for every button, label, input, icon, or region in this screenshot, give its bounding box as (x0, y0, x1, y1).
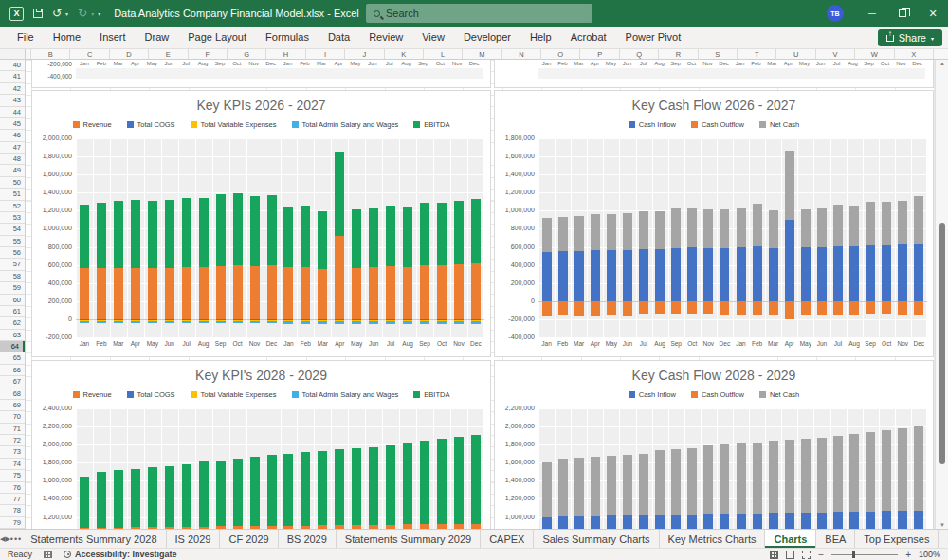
minimize-button[interactable]: ─ (857, 0, 887, 27)
legend-item[interactable]: Revenue (73, 390, 112, 399)
row-header-50[interactable]: 50 (0, 177, 25, 189)
legend-item[interactable]: Total Variable Expenses (191, 120, 277, 129)
sheet-tab-sales-summary-charts[interactable]: Sales Summary Charts (534, 530, 659, 548)
ribbon-tab-formulas[interactable]: Formulas (256, 27, 319, 48)
sheet-tab-bea[interactable]: BEA (816, 530, 855, 548)
sheet-tab-key-metrics-charts[interactable]: Key Metrics Charts (660, 530, 766, 548)
column-header-J[interactable]: J (345, 49, 384, 59)
column-header-F[interactable]: F (189, 49, 228, 59)
share-button[interactable]: Share ▾ (878, 29, 942, 46)
zoom-out-button[interactable]: − (818, 550, 824, 560)
row-header-65[interactable]: 65 (0, 352, 25, 364)
row-header-67[interactable]: 67 (0, 376, 25, 388)
column-header-E[interactable]: E (149, 49, 188, 59)
row-header-72[interactable]: 72 (0, 435, 25, 446)
macro-record-icon[interactable] (44, 551, 52, 558)
column-header-W[interactable]: W (855, 49, 894, 59)
save-icon[interactable] (33, 9, 43, 18)
row-header-46[interactable]: 46 (0, 130, 25, 141)
row-header-49[interactable]: 49 (0, 165, 25, 176)
sheet-tab-bs-2029[interactable]: BS 2029 (279, 530, 337, 548)
column-header-U[interactable]: U (776, 49, 815, 59)
restore-button[interactable] (887, 0, 918, 27)
legend-item[interactable]: Net Cash (759, 120, 799, 129)
ribbon-tab-insert[interactable]: Insert (90, 27, 136, 48)
legend-item[interactable]: Total COGS (127, 390, 175, 399)
excel-logo-icon[interactable]: X (9, 7, 24, 21)
legend-item[interactable]: Total Admin Salary and Wages (292, 390, 399, 399)
column-header-B[interactable]: B (31, 49, 70, 59)
row-header-64[interactable]: 64 (0, 341, 25, 352)
row-header-45[interactable]: 45 (0, 118, 25, 130)
column-header-C[interactable]: C (70, 49, 109, 59)
legend-item[interactable]: Cash Outflow (691, 390, 744, 399)
sheet-tab-statements-summary-2028[interactable]: Statements Summary 2028 (22, 530, 166, 548)
row-header-75[interactable]: 75 (0, 470, 25, 481)
zoom-slider-thumb[interactable] (852, 551, 855, 558)
avatar[interactable]: TB (827, 5, 844, 22)
chart-4[interactable]: Key Cash Flow 2028 - 2029Cash InflowCash… (494, 360, 934, 529)
vertical-scrollbar[interactable]: ▲ ▼ (935, 60, 948, 529)
ribbon-tab-review[interactable]: Review (359, 27, 412, 48)
ribbon-tab-power-pivot[interactable]: Power Pivot (616, 27, 691, 48)
column-header-D[interactable]: D (110, 49, 149, 59)
chart-remnant-right[interactable]: JanFebMarAprMayJunJulAugSepOctNovDecJanF… (494, 60, 934, 88)
column-header-L[interactable]: L (424, 49, 463, 59)
row-header-61[interactable]: 61 (0, 306, 25, 317)
legend-item[interactable]: Cash Inflow (629, 120, 676, 129)
row-header-53[interactable]: 53 (0, 212, 25, 224)
chart-1[interactable]: Key KPIs 2026 - 2027RevenueTotal COGSTot… (31, 90, 491, 357)
column-header-G[interactable]: G (228, 49, 266, 59)
row-header-77[interactable]: 77 (0, 494, 25, 505)
sheet-tab-statements-summary-2029[interactable]: Statements Summary 2029 (337, 530, 481, 548)
row-header-78[interactable]: 78 (0, 505, 25, 516)
legend-item[interactable]: Total Admin Salary and Wages (292, 120, 399, 129)
page-break-view-icon[interactable] (802, 551, 811, 559)
row-header-44[interactable]: 44 (0, 107, 25, 118)
row-header-52[interactable]: 52 (0, 201, 25, 212)
ribbon-tab-data[interactable]: Data (319, 27, 359, 48)
ribbon-tab-view[interactable]: View (412, 27, 454, 48)
undo-icon[interactable]: ↺ (52, 8, 62, 19)
column-header-P[interactable]: P (580, 49, 619, 59)
row-header-69[interactable]: 69 (0, 400, 25, 411)
legend-item[interactable]: Revenue (73, 120, 112, 129)
column-header-V[interactable]: V (816, 49, 855, 59)
row-header-40[interactable]: 40 (0, 60, 25, 71)
sheet-tab-charts[interactable]: Charts (765, 530, 816, 548)
zoom-level[interactable]: 100% (919, 550, 940, 559)
row-header-54[interactable]: 54 (0, 224, 25, 235)
accessibility-status[interactable]: Accessibility: Investigate (64, 550, 177, 559)
row-header-42[interactable]: 42 (0, 83, 25, 95)
legend-item[interactable]: Total Variable Expenses (191, 390, 277, 399)
zoom-in-button[interactable]: + (905, 550, 911, 560)
legend-item[interactable]: Cash Inflow (629, 390, 676, 399)
column-header-S[interactable]: S (699, 49, 738, 59)
column-header-H[interactable]: H (266, 49, 305, 59)
legend-item[interactable]: EBITDA (413, 120, 449, 129)
ribbon-tab-help[interactable]: Help (520, 27, 561, 48)
row-header-70[interactable]: 70 (0, 411, 25, 423)
page-layout-view-icon[interactable] (786, 551, 794, 559)
row-header-51[interactable]: 51 (0, 189, 25, 200)
row-header-47[interactable]: 47 (0, 142, 25, 154)
row-header-41[interactable]: 41 (0, 71, 25, 82)
column-header-R[interactable]: R (659, 49, 698, 59)
column-header-M[interactable]: M (463, 49, 501, 59)
row-header-73[interactable]: 73 (0, 446, 25, 458)
row-header-68[interactable]: 68 (0, 388, 25, 400)
ribbon-tab-file[interactable]: File (8, 27, 44, 48)
zoom-slider[interactable] (831, 554, 898, 555)
legend-item[interactable]: Net Cash (759, 390, 799, 399)
ribbon-tab-draw[interactable]: Draw (136, 27, 179, 48)
ribbon-tab-page-layout[interactable]: Page Layout (178, 27, 256, 48)
row-header-55[interactable]: 55 (0, 236, 25, 247)
qat-customize-icon[interactable]: ▾ (98, 10, 100, 17)
column-header-K[interactable]: K (385, 49, 424, 59)
undo-dropdown-icon[interactable]: ▾ (65, 10, 68, 17)
sheet-nav-more-icon[interactable]: ••• (10, 530, 22, 548)
row-header-79[interactable]: 79 (0, 517, 25, 529)
sheet-tab-capex[interactable]: CAPEX (481, 530, 534, 548)
chart-remnant-left[interactable]: JanFebMarAprMayJunJulAugSepOctNovDecJanF… (31, 60, 491, 88)
close-button[interactable]: ✕ (918, 0, 948, 27)
